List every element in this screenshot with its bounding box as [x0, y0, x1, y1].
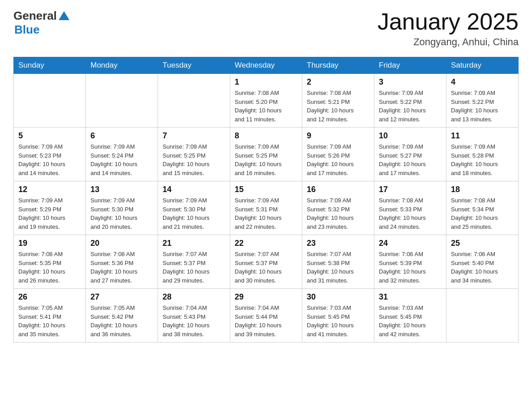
day-number: 23	[307, 239, 369, 248]
calendar-day-cell	[446, 289, 519, 342]
day-info: Sunrise: 7:09 AM Sunset: 5:29 PM Dayligh…	[18, 196, 81, 231]
calendar-day-cell: 26Sunrise: 7:05 AM Sunset: 5:41 PM Dayli…	[14, 289, 86, 342]
day-number: 5	[18, 131, 81, 141]
day-of-week-header: Monday	[86, 57, 158, 74]
calendar-day-cell: 18Sunrise: 7:08 AM Sunset: 5:34 PM Dayli…	[446, 181, 519, 235]
day-of-week-header: Sunday	[14, 57, 86, 74]
calendar-day-cell: 23Sunrise: 7:07 AM Sunset: 5:38 PM Dayli…	[302, 235, 374, 289]
calendar-day-cell: 12Sunrise: 7:09 AM Sunset: 5:29 PM Dayli…	[14, 181, 86, 235]
day-info: Sunrise: 7:07 AM Sunset: 5:37 PM Dayligh…	[235, 250, 297, 285]
day-of-week-header: Thursday	[302, 57, 374, 74]
calendar-day-cell: 3Sunrise: 7:09 AM Sunset: 5:22 PM Daylig…	[374, 74, 446, 128]
calendar-day-cell	[86, 74, 158, 128]
calendar-day-cell: 19Sunrise: 7:08 AM Sunset: 5:35 PM Dayli…	[14, 235, 86, 289]
day-of-week-header: Saturday	[446, 57, 519, 74]
calendar-day-cell: 20Sunrise: 7:08 AM Sunset: 5:36 PM Dayli…	[86, 235, 158, 289]
day-info: Sunrise: 7:05 AM Sunset: 5:41 PM Dayligh…	[18, 304, 81, 338]
calendar-day-cell: 21Sunrise: 7:07 AM Sunset: 5:37 PM Dayli…	[158, 235, 230, 289]
calendar-day-cell: 1Sunrise: 7:08 AM Sunset: 5:20 PM Daylig…	[230, 74, 302, 128]
logo: General Blue	[13, 9, 69, 37]
day-number: 28	[163, 292, 225, 302]
day-info: Sunrise: 7:06 AM Sunset: 5:40 PM Dayligh…	[451, 250, 514, 285]
day-number: 13	[90, 185, 153, 194]
calendar-day-cell: 17Sunrise: 7:08 AM Sunset: 5:33 PM Dayli…	[374, 181, 446, 235]
calendar-day-cell: 14Sunrise: 7:09 AM Sunset: 5:30 PM Dayli…	[158, 181, 230, 235]
calendar-week-row: 19Sunrise: 7:08 AM Sunset: 5:35 PM Dayli…	[14, 235, 519, 289]
day-number: 31	[379, 292, 442, 302]
calendar-week-row: 26Sunrise: 7:05 AM Sunset: 5:41 PM Dayli…	[14, 289, 519, 342]
day-number: 3	[379, 77, 442, 87]
day-info: Sunrise: 7:08 AM Sunset: 5:34 PM Dayligh…	[451, 196, 514, 231]
calendar-day-cell: 10Sunrise: 7:09 AM Sunset: 5:27 PM Dayli…	[374, 128, 446, 181]
day-info: Sunrise: 7:07 AM Sunset: 5:37 PM Dayligh…	[163, 250, 225, 285]
calendar-day-cell: 27Sunrise: 7:05 AM Sunset: 5:42 PM Dayli…	[86, 289, 158, 342]
day-info: Sunrise: 7:09 AM Sunset: 5:31 PM Dayligh…	[235, 196, 297, 231]
calendar-table: SundayMondayTuesdayWednesdayThursdayFrid…	[13, 57, 519, 342]
calendar-day-cell: 7Sunrise: 7:09 AM Sunset: 5:25 PM Daylig…	[158, 128, 230, 181]
calendar-day-cell: 22Sunrise: 7:07 AM Sunset: 5:37 PM Dayli…	[230, 235, 302, 289]
day-number: 10	[379, 131, 442, 141]
day-number: 20	[90, 239, 153, 248]
day-info: Sunrise: 7:03 AM Sunset: 5:45 PM Dayligh…	[307, 304, 369, 338]
calendar-title-section: January 2025 Zongyang, Anhui, China	[378, 9, 519, 48]
day-number: 14	[163, 185, 225, 194]
calendar-day-cell: 28Sunrise: 7:04 AM Sunset: 5:43 PM Dayli…	[158, 289, 230, 342]
day-number: 6	[90, 131, 153, 141]
day-number: 16	[307, 185, 369, 194]
day-info: Sunrise: 7:09 AM Sunset: 5:25 PM Dayligh…	[235, 142, 297, 177]
page-header: General Blue January 2025 Zongyang, Anhu…	[13, 9, 519, 48]
day-of-week-header: Tuesday	[158, 57, 230, 74]
day-number: 15	[235, 185, 297, 194]
day-info: Sunrise: 7:09 AM Sunset: 5:27 PM Dayligh…	[379, 142, 442, 177]
day-info: Sunrise: 7:08 AM Sunset: 5:33 PM Dayligh…	[379, 196, 442, 231]
day-info: Sunrise: 7:09 AM Sunset: 5:25 PM Dayligh…	[163, 142, 225, 177]
day-info: Sunrise: 7:08 AM Sunset: 5:35 PM Dayligh…	[18, 250, 81, 285]
day-number: 25	[451, 239, 514, 248]
calendar-day-cell: 13Sunrise: 7:09 AM Sunset: 5:30 PM Dayli…	[86, 181, 158, 235]
calendar-subtitle: Zongyang, Anhui, China	[378, 36, 519, 48]
calendar-day-cell: 24Sunrise: 7:06 AM Sunset: 5:39 PM Dayli…	[374, 235, 446, 289]
calendar-week-row: 12Sunrise: 7:09 AM Sunset: 5:29 PM Dayli…	[14, 181, 519, 235]
day-number: 19	[18, 239, 81, 248]
day-number: 9	[307, 131, 369, 141]
day-number: 29	[235, 292, 297, 302]
calendar-day-cell: 11Sunrise: 7:09 AM Sunset: 5:28 PM Dayli…	[446, 128, 519, 181]
calendar-day-cell: 9Sunrise: 7:09 AM Sunset: 5:26 PM Daylig…	[302, 128, 374, 181]
calendar-day-cell: 25Sunrise: 7:06 AM Sunset: 5:40 PM Dayli…	[446, 235, 519, 289]
day-info: Sunrise: 7:06 AM Sunset: 5:39 PM Dayligh…	[379, 250, 442, 285]
day-info: Sunrise: 7:03 AM Sunset: 5:45 PM Dayligh…	[379, 304, 442, 338]
day-number: 27	[90, 292, 153, 302]
day-info: Sunrise: 7:05 AM Sunset: 5:42 PM Dayligh…	[90, 304, 153, 338]
day-number: 21	[163, 239, 225, 248]
day-info: Sunrise: 7:09 AM Sunset: 5:32 PM Dayligh…	[307, 196, 369, 231]
calendar-day-cell: 16Sunrise: 7:09 AM Sunset: 5:32 PM Dayli…	[302, 181, 374, 235]
calendar-day-cell: 5Sunrise: 7:09 AM Sunset: 5:23 PM Daylig…	[14, 128, 86, 181]
calendar-title: January 2025	[378, 9, 519, 34]
day-info: Sunrise: 7:09 AM Sunset: 5:28 PM Dayligh…	[451, 142, 514, 177]
calendar-day-cell	[158, 74, 230, 128]
calendar-day-cell: 8Sunrise: 7:09 AM Sunset: 5:25 PM Daylig…	[230, 128, 302, 181]
calendar-day-cell: 2Sunrise: 7:08 AM Sunset: 5:21 PM Daylig…	[302, 74, 374, 128]
logo-blue-text: Blue	[14, 23, 39, 37]
day-number: 8	[235, 131, 297, 141]
calendar-day-cell: 31Sunrise: 7:03 AM Sunset: 5:45 PM Dayli…	[374, 289, 446, 342]
day-of-week-header: Wednesday	[230, 57, 302, 74]
day-number: 18	[451, 185, 514, 194]
day-info: Sunrise: 7:09 AM Sunset: 5:30 PM Dayligh…	[163, 196, 225, 231]
calendar-day-cell	[14, 74, 86, 128]
calendar-week-row: 1Sunrise: 7:08 AM Sunset: 5:20 PM Daylig…	[14, 74, 519, 128]
day-info: Sunrise: 7:09 AM Sunset: 5:26 PM Dayligh…	[307, 142, 369, 177]
logo-general-text: General	[13, 9, 57, 23]
day-number: 22	[235, 239, 297, 248]
day-info: Sunrise: 7:04 AM Sunset: 5:44 PM Dayligh…	[235, 304, 297, 338]
day-info: Sunrise: 7:08 AM Sunset: 5:36 PM Dayligh…	[90, 250, 153, 285]
day-info: Sunrise: 7:04 AM Sunset: 5:43 PM Dayligh…	[163, 304, 225, 338]
calendar-day-cell: 29Sunrise: 7:04 AM Sunset: 5:44 PM Dayli…	[230, 289, 302, 342]
day-number: 26	[18, 292, 81, 302]
day-number: 11	[451, 131, 514, 141]
calendar-day-cell: 4Sunrise: 7:09 AM Sunset: 5:22 PM Daylig…	[446, 74, 519, 128]
day-of-week-header: Friday	[374, 57, 446, 74]
day-number: 1	[235, 77, 297, 87]
day-number: 2	[307, 77, 369, 87]
calendar-day-cell: 30Sunrise: 7:03 AM Sunset: 5:45 PM Dayli…	[302, 289, 374, 342]
